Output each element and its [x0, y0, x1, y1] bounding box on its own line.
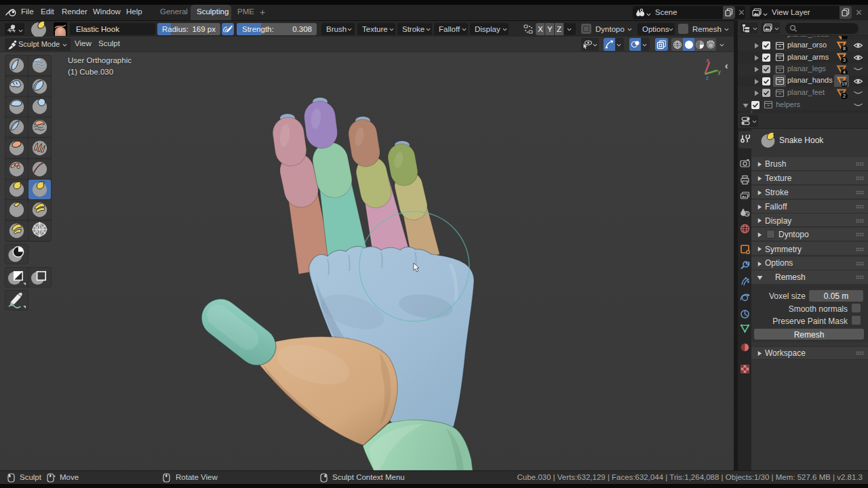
svg-text:z: z: [706, 75, 709, 81]
svg-text:y: y: [718, 68, 722, 75]
